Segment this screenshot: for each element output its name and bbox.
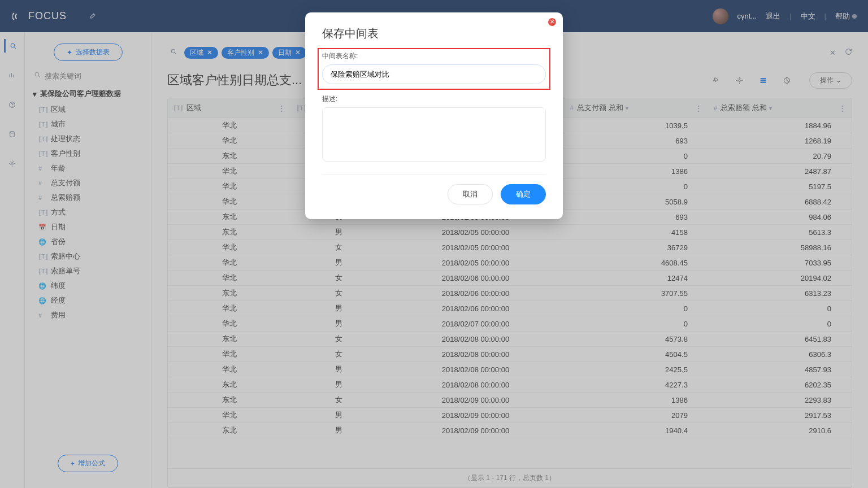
desc-label: 描述: — [322, 94, 546, 104]
description-textarea[interactable] — [322, 107, 546, 162]
name-label: 中间表名称: — [322, 51, 546, 61]
modal-overlay[interactable]: ✕ 保存中间表 中间表名称: 描述: 取消 确定 — [0, 0, 868, 488]
close-icon[interactable]: ✕ — [548, 18, 556, 26]
modal-title: 保存中间表 — [322, 26, 546, 41]
cancel-button[interactable]: 取消 — [448, 184, 493, 204]
table-name-input[interactable] — [322, 64, 546, 84]
save-table-modal: ✕ 保存中间表 中间表名称: 描述: 取消 确定 — [305, 12, 563, 219]
name-field-highlight: 中间表名称: — [318, 48, 550, 90]
confirm-button[interactable]: 确定 — [501, 184, 546, 204]
